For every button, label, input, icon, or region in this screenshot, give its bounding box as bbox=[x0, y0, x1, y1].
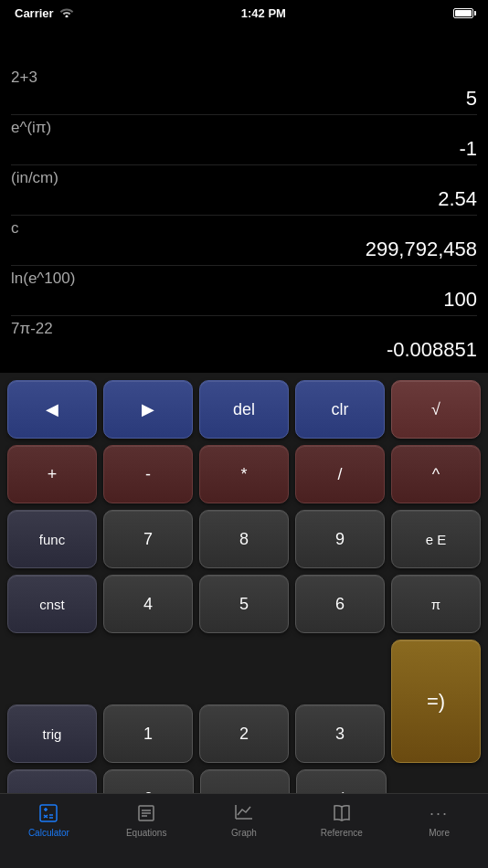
tab-calculator[interactable]: Calculator bbox=[0, 801, 98, 838]
tab-graph-label: Graph bbox=[231, 828, 257, 838]
carrier-label: Carrier bbox=[15, 6, 54, 20]
plus-button[interactable]: + bbox=[7, 445, 97, 503]
7-button[interactable]: 7 bbox=[103, 510, 193, 568]
multiply-button[interactable]: * bbox=[199, 445, 289, 503]
tab-equations-label: Equations bbox=[126, 828, 166, 838]
calc-entry-2: e^(iπ) -1 bbox=[11, 115, 477, 165]
sqrt-button[interactable]: √ bbox=[391, 380, 481, 439]
minus-button[interactable]: - bbox=[103, 445, 193, 503]
display-section: 2+3 5 e^(iπ) -1 (in/cm) 2.54 c 299,792,4… bbox=[0, 26, 488, 373]
calc-result-2: -1 bbox=[11, 137, 477, 161]
tab-reference[interactable]: Reference bbox=[292, 801, 390, 838]
calc-result-3: 2.54 bbox=[11, 187, 477, 211]
calc-result-1: 5 bbox=[11, 87, 477, 111]
status-bar: Carrier 1:42 PM bbox=[0, 0, 488, 26]
calc-input-3: (in/cm) bbox=[11, 169, 477, 187]
clr-button[interactable]: clr bbox=[295, 380, 385, 439]
divide-button[interactable]: / bbox=[295, 445, 385, 503]
tab-more[interactable]: ··· More bbox=[390, 801, 488, 838]
calc-input-5: ln(e^100) bbox=[11, 270, 477, 288]
key-row-3: func 7 8 9 e E bbox=[7, 510, 481, 568]
tab-calculator-label: Calculator bbox=[28, 828, 69, 838]
reference-icon bbox=[330, 801, 354, 825]
power-button[interactable]: ^ bbox=[391, 445, 481, 503]
key-row-1: ◀ ▶ del clr √ bbox=[7, 380, 481, 439]
calc-input-1: 2+3 bbox=[11, 69, 477, 87]
calc-entry-1: 2+3 5 bbox=[11, 65, 477, 115]
6-button[interactable]: 6 bbox=[295, 575, 385, 633]
5-button[interactable]: 5 bbox=[199, 575, 289, 633]
9-button[interactable]: 9 bbox=[295, 510, 385, 568]
trig-button[interactable]: trig bbox=[7, 704, 97, 763]
tab-reference-label: Reference bbox=[321, 828, 363, 838]
time-label: 1:42 PM bbox=[241, 6, 286, 20]
equations-icon bbox=[134, 801, 158, 825]
left-arrow-button[interactable]: ◀ bbox=[7, 380, 97, 439]
graph-icon bbox=[232, 801, 256, 825]
key-row-5: trig 1 2 3 =) bbox=[7, 640, 481, 763]
pi-button[interactable]: π bbox=[391, 575, 481, 633]
tab-graph[interactable]: Graph bbox=[196, 801, 293, 838]
cnst-button[interactable]: cnst bbox=[7, 575, 97, 633]
battery-icon bbox=[453, 8, 473, 18]
calc-entry-3: (in/cm) 2.54 bbox=[11, 165, 477, 216]
8-button[interactable]: 8 bbox=[199, 510, 289, 568]
equals-button[interactable]: =) bbox=[391, 640, 481, 763]
tab-bar: Calculator Equations Graph bbox=[0, 793, 488, 868]
func-button[interactable]: func bbox=[7, 510, 97, 568]
calc-entry-4: c 299,792,458 bbox=[11, 216, 477, 266]
calc-input-4: c bbox=[11, 219, 477, 238]
right-arrow-button[interactable]: ▶ bbox=[103, 380, 193, 439]
calc-input-6: 7π-22 bbox=[11, 320, 477, 338]
key-row-2: + - * / ^ bbox=[7, 445, 481, 503]
more-icon: ··· bbox=[428, 801, 451, 825]
tab-more-label: More bbox=[429, 828, 450, 838]
del-button[interactable]: del bbox=[199, 380, 289, 439]
calc-result-5: 100 bbox=[11, 288, 477, 312]
calc-entry-6: 7π-22 -0.008851 bbox=[11, 316, 477, 365]
wifi-icon bbox=[59, 6, 74, 20]
3-button[interactable]: 3 bbox=[295, 704, 385, 763]
calculator-icon bbox=[37, 801, 60, 825]
eE-button[interactable]: e E bbox=[391, 510, 481, 568]
calc-input-2: e^(iπ) bbox=[11, 119, 477, 137]
2-button[interactable]: 2 bbox=[199, 704, 289, 763]
tab-equations[interactable]: Equations bbox=[98, 801, 196, 838]
calc-result-4: 299,792,458 bbox=[11, 238, 477, 261]
main-container: 2+3 5 e^(iπ) -1 (in/cm) 2.54 c 299,792,4… bbox=[0, 26, 488, 819]
4-button[interactable]: 4 bbox=[103, 575, 193, 633]
1-button[interactable]: 1 bbox=[103, 704, 193, 763]
svg-rect-0 bbox=[40, 805, 57, 821]
calc-result-6: -0.008851 bbox=[11, 338, 477, 362]
key-row-4: cnst 4 5 6 π bbox=[7, 575, 481, 633]
calc-entry-5: ln(e^100) 100 bbox=[11, 266, 477, 316]
keyboard-section: ◀ ▶ del clr √ + - * / ^ func 7 8 9 e E c… bbox=[0, 373, 488, 819]
